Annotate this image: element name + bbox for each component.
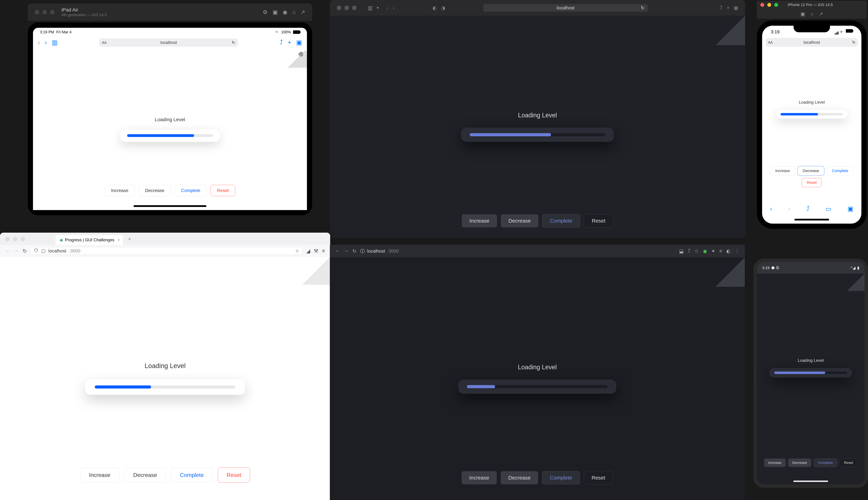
share-icon[interactable]: ⤴ — [280, 39, 283, 46]
forward-button[interactable]: › — [788, 205, 790, 213]
share-icon[interactable]: ⤴ — [720, 5, 722, 11]
address-bar[interactable]: AA localhost ↻ — [99, 38, 238, 47]
lock-icon[interactable]: ▢ — [41, 248, 46, 254]
complete-button[interactable]: Complete — [542, 214, 580, 227]
devtools-icon[interactable]: ⚒ — [314, 248, 318, 254]
new-tab-button[interactable]: + — [128, 236, 131, 242]
tabs-icon[interactable]: ▣ — [296, 39, 302, 46]
increase-button[interactable]: Increase — [105, 185, 135, 196]
address-bar[interactable]: ⛉ ▢ localhost:3000 ☆ — [30, 247, 303, 255]
menu-icon[interactable]: ⋮ — [735, 248, 740, 254]
address-bar[interactable]: AA localhost ↻ — [766, 38, 858, 47]
reload-icon[interactable]: ↻ — [232, 40, 235, 45]
complete-button[interactable]: Complete — [827, 166, 853, 175]
back-button[interactable]: ‹ — [770, 205, 772, 213]
close-button[interactable] — [337, 5, 341, 10]
home-icon[interactable]: ⌂ — [811, 11, 813, 17]
decrease-button[interactable]: Decrease — [125, 467, 166, 482]
complete-button[interactable]: Complete — [814, 458, 837, 467]
new-tab-icon[interactable]: + — [727, 5, 730, 11]
reload-button[interactable]: ↻ — [23, 248, 27, 254]
bookmark-star-icon[interactable]: ☆ — [295, 248, 299, 254]
gesture-bar[interactable] — [793, 480, 828, 482]
record-icon[interactable]: ◉ — [283, 9, 287, 15]
reset-button[interactable]: Reset — [802, 178, 822, 187]
minimize-button[interactable] — [42, 10, 47, 14]
share-icon[interactable]: ⤴ — [688, 248, 690, 254]
extension-icon[interactable]: ◢ — [306, 248, 310, 254]
decrease-button[interactable]: Decrease — [798, 166, 824, 175]
share-icon[interactable]: ⤴ — [807, 205, 810, 213]
increase-button[interactable]: Increase — [462, 214, 497, 227]
bookmarks-icon[interactable]: ▭ — [825, 205, 831, 213]
back-button[interactable]: ← — [335, 248, 340, 254]
profile-icon[interactable]: ◐ — [726, 248, 731, 254]
complete-button[interactable]: Complete — [171, 467, 213, 482]
forward-button[interactable]: › — [392, 4, 395, 11]
forward-button[interactable]: → — [344, 248, 349, 254]
close-button[interactable] — [5, 237, 10, 241]
reload-icon[interactable]: ↻ — [641, 5, 644, 11]
home-indicator[interactable] — [134, 205, 206, 207]
devtools-corner-icon[interactable] — [302, 257, 330, 285]
forward-button[interactable]: → — [14, 248, 19, 254]
maximize-button[interactable] — [352, 5, 357, 10]
reset-button[interactable]: Reset — [584, 214, 613, 227]
back-button[interactable]: ‹ — [386, 4, 388, 11]
maximize-button[interactable] — [774, 3, 778, 7]
shield-icon[interactable]: ◐ — [433, 5, 437, 11]
devtools-corner-icon[interactable] — [288, 49, 307, 68]
screenshot-icon[interactable]: ▣ — [273, 9, 278, 15]
reset-button[interactable]: Reset — [840, 458, 857, 467]
reload-button[interactable]: ↻ — [352, 248, 356, 254]
increase-button[interactable]: Increase — [764, 458, 786, 467]
browser-tab[interactable]: ◆ Progress | GUI Challenges × — [56, 235, 123, 245]
screenshot-icon[interactable]: ▣ — [800, 11, 805, 17]
settings-icon[interactable]: ⚙ — [263, 9, 268, 15]
sidebar-icon[interactable]: ▥ — [368, 5, 373, 11]
decrease-button[interactable]: Decrease — [501, 471, 538, 484]
decrease-button[interactable]: Decrease — [139, 185, 171, 196]
menu-icon[interactable]: ≡ — [322, 248, 325, 254]
reader-icon[interactable]: AA — [102, 41, 106, 45]
close-button[interactable] — [761, 3, 764, 7]
reader-icon[interactable]: AA — [768, 41, 773, 44]
extension-icon[interactable]: ◉ — [703, 248, 707, 254]
dropdown-icon[interactable]: ▾ — [377, 5, 379, 10]
devtools-corner-icon[interactable] — [715, 257, 745, 287]
rotate-icon[interactable]: ↗ — [300, 9, 305, 15]
minimize-button[interactable] — [13, 237, 18, 241]
home-icon[interactable]: ⌂ — [292, 9, 296, 15]
install-icon[interactable]: ⬓ — [679, 248, 684, 254]
maximize-button[interactable] — [50, 10, 55, 14]
increase-button[interactable]: Increase — [461, 471, 497, 484]
iphone-window-titlebar[interactable]: iPhone 12 Pro — iOS 14.5 — [757, 1, 867, 9]
complete-button[interactable]: Complete — [175, 185, 207, 196]
minimize-button[interactable] — [344, 5, 349, 10]
bookmark-star-icon[interactable]: ☆ — [694, 248, 699, 254]
reading-list-icon[interactable]: ≡ — [719, 248, 722, 254]
tabs-icon[interactable]: ▦ — [734, 5, 738, 11]
address-bar[interactable]: ⓘ localhost:3000 — [360, 248, 675, 254]
close-tab-icon[interactable]: × — [117, 238, 120, 242]
increase-button[interactable]: Increase — [80, 467, 119, 482]
reset-button[interactable]: Reset — [218, 467, 250, 482]
rotate-icon[interactable]: ↗ — [819, 11, 823, 17]
devtools-corner-icon[interactable] — [847, 274, 865, 291]
shield-icon[interactable]: ⛉ — [34, 248, 38, 254]
address-bar[interactable]: localhost ↻ — [483, 4, 648, 12]
forward-button[interactable]: › — [45, 39, 47, 46]
decrease-button[interactable]: Decrease — [501, 214, 538, 227]
sidebar-icon[interactable]: ▥ — [52, 39, 58, 46]
tabs-icon[interactable]: ▣ — [847, 205, 854, 213]
extensions-icon[interactable]: ✦ — [711, 248, 715, 254]
devtools-corner-icon[interactable] — [716, 16, 745, 45]
increase-button[interactable]: Increase — [770, 166, 795, 175]
back-button[interactable]: ‹ — [38, 39, 40, 46]
reload-icon[interactable]: ↻ — [852, 40, 856, 45]
appearance-icon[interactable]: ◑ — [441, 5, 445, 11]
info-icon[interactable]: ⓘ — [360, 248, 365, 254]
reset-button[interactable]: Reset — [210, 185, 235, 196]
decrease-button[interactable]: Decrease — [788, 458, 811, 467]
back-button[interactable]: ← — [5, 248, 10, 254]
